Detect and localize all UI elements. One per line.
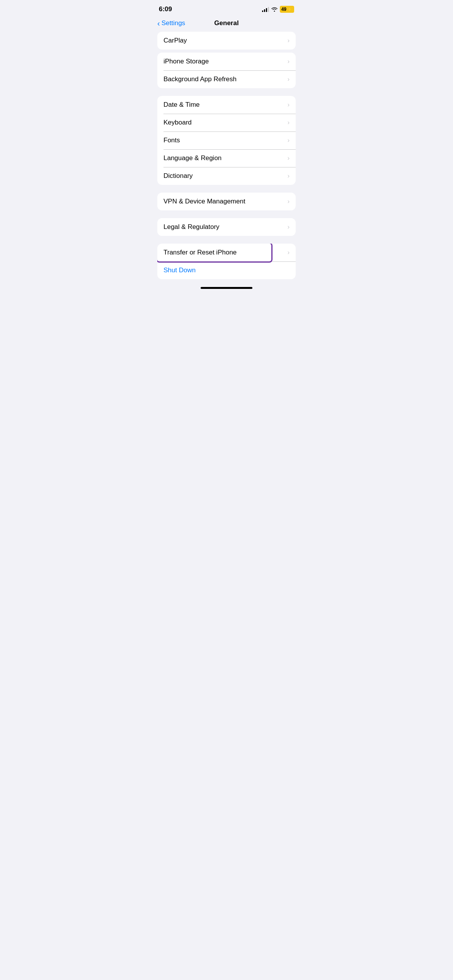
dictionary-chevron-icon: ›: [288, 172, 290, 179]
language-region-row[interactable]: Language & Region ›: [157, 149, 296, 167]
legal-regulatory-row[interactable]: Legal & Regulatory ›: [157, 218, 296, 236]
storage-refresh-group: iPhone Storage › Background App Refresh …: [157, 53, 296, 88]
nav-bar: ‹ Settings General: [151, 16, 302, 32]
battery-percentage: 49: [281, 7, 286, 12]
vpn-group: VPN & Device Management ›: [157, 193, 296, 210]
status-bar: 6:09 49 ⚡: [151, 0, 302, 16]
settings-content: CarPlay › iPhone Storage › Background Ap…: [151, 32, 302, 279]
language-region-chevron-icon: ›: [288, 155, 290, 162]
iphone-storage-row[interactable]: iPhone Storage ›: [157, 53, 296, 70]
transfer-reset-row[interactable]: Transfer or Reset iPhone ›: [157, 244, 296, 261]
legal-regulatory-chevron-icon: ›: [288, 224, 290, 230]
keyboard-label: Keyboard: [163, 119, 192, 126]
keyboard-row[interactable]: Keyboard ›: [157, 114, 296, 131]
back-button[interactable]: ‹ Settings: [157, 19, 185, 27]
background-app-refresh-label: Background App Refresh: [163, 75, 237, 83]
carplay-group: CarPlay ›: [157, 32, 296, 50]
date-time-label: Date & Time: [163, 101, 200, 109]
home-indicator: [201, 287, 252, 289]
dictionary-row[interactable]: Dictionary ›: [157, 167, 296, 185]
back-chevron-icon: ‹: [157, 19, 160, 27]
background-app-refresh-row[interactable]: Background App Refresh ›: [157, 70, 296, 88]
status-time: 6:09: [159, 5, 172, 13]
transfer-reset-chevron-icon: ›: [288, 249, 290, 256]
vpn-device-management-chevron-icon: ›: [288, 198, 290, 205]
vpn-device-management-row[interactable]: VPN & Device Management ›: [157, 193, 296, 210]
signal-icon: [262, 7, 269, 12]
transfer-reset-label: Transfer or Reset iPhone: [163, 249, 237, 256]
date-time-chevron-icon: ›: [288, 101, 290, 108]
legal-group: Legal & Regulatory ›: [157, 218, 296, 236]
fonts-chevron-icon: ›: [288, 137, 290, 144]
dictionary-label: Dictionary: [163, 172, 193, 180]
vpn-device-management-label: VPN & Device Management: [163, 198, 245, 205]
shut-down-label: Shut Down: [163, 266, 196, 274]
status-icons: 49 ⚡: [262, 6, 294, 13]
carplay-row[interactable]: CarPlay ›: [157, 32, 296, 50]
background-app-refresh-chevron-icon: ›: [288, 76, 290, 83]
battery-icon: 49 ⚡: [280, 6, 294, 13]
carplay-chevron-icon: ›: [288, 37, 290, 44]
locale-group: Date & Time › Keyboard › Fonts › Languag…: [157, 96, 296, 185]
fonts-row[interactable]: Fonts ›: [157, 131, 296, 149]
iphone-storage-chevron-icon: ›: [288, 58, 290, 65]
keyboard-chevron-icon: ›: [288, 119, 290, 126]
language-region-label: Language & Region: [163, 154, 221, 162]
carplay-label: CarPlay: [163, 37, 187, 44]
back-label: Settings: [162, 19, 185, 27]
fonts-label: Fonts: [163, 137, 180, 144]
battery-bolt-icon: ⚡: [287, 7, 293, 12]
wifi-icon: [271, 7, 278, 12]
page-title: General: [214, 19, 238, 27]
reset-group: Transfer or Reset iPhone › Shut Down: [157, 244, 296, 279]
legal-regulatory-label: Legal & Regulatory: [163, 223, 220, 231]
shut-down-row[interactable]: Shut Down: [157, 261, 296, 279]
iphone-storage-label: iPhone Storage: [163, 58, 209, 65]
date-time-row[interactable]: Date & Time ›: [157, 96, 296, 114]
